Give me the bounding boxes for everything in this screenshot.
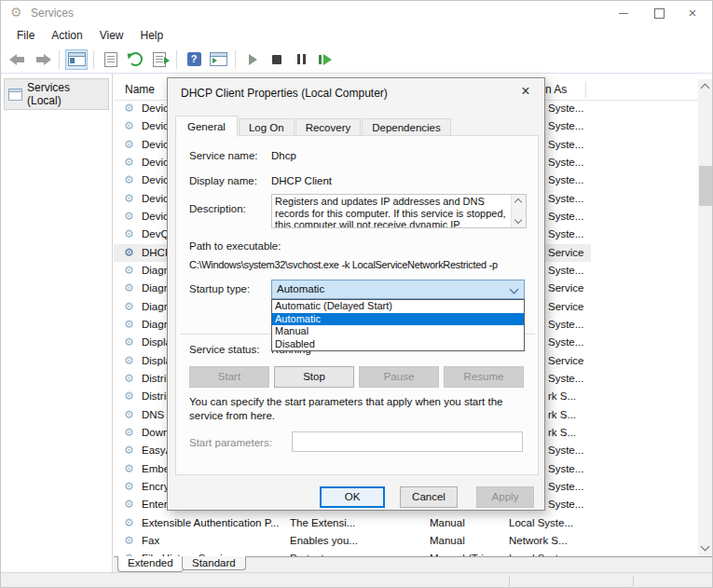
service-logon-cell: Syste... [548,499,583,510]
properties-icon[interactable] [100,49,122,70]
service-gear-icon: ⚙ [124,335,134,349]
service-description-cell: Enables you... [290,535,358,546]
service-status-label: Service status: [189,344,259,355]
startup-type-combobox[interactable]: Automatic [271,280,525,299]
tree-item-services-local[interactable]: Services (Local) [4,78,109,110]
back-icon[interactable] [7,49,29,70]
start-parameters-label: Start parameters: [189,437,272,448]
service-logon-cell: Local Syste... [509,517,573,528]
general-tab-page: Service name: Dhcp Display name: DHCP Cl… [175,135,539,475]
dropdown-option-manual[interactable]: Manual [272,325,524,338]
scroll-up-icon[interactable] [698,79,713,94]
extended-view-icon[interactable] [207,49,229,70]
title-bar: ⚙ Services × [1,1,712,25]
column-header-logon-as[interactable]: n As [545,83,567,96]
apply-button[interactable]: Apply [476,486,534,508]
vertical-scrollbar[interactable] [698,79,713,556]
export-list-icon[interactable] [148,49,171,70]
dropdown-option-automatic[interactable]: Automatic [272,313,524,326]
maximize-button[interactable] [643,1,675,25]
dialog-tabs: GeneralLog OnRecoveryDependencies [175,116,452,136]
start-service-button[interactable]: Start [189,366,269,388]
description-scrollbar[interactable] [511,195,526,227]
service-row[interactable]: ⚙FaxEnables you...ManualNetwork S... [114,532,698,550]
toolbar [1,46,712,74]
refresh-icon[interactable] [124,49,146,70]
dropdown-option-disabled[interactable]: Disabled [272,338,524,351]
service-gear-icon: ⚙ [124,426,134,439]
service-row[interactable]: ⚙File History ServiceProtects use...Manu… [114,550,698,556]
service-logon-cell: Syste... [548,103,583,114]
services-window: ⚙ Services × FileActionViewHelp Services… [0,0,713,588]
toolbar-separator [235,50,236,69]
scrollbar-thumb[interactable] [699,166,712,206]
service-logon-cell: Syste... [548,373,583,384]
tab-extended[interactable]: Extended [117,556,184,572]
display-name-value: DHCP Client [271,175,332,186]
service-name-value: Dhcp [271,150,296,161]
description-text: Registers and updates IP addresses and D… [275,196,510,228]
service-row[interactable]: ⚙Extensible Authentication P...The Exten… [114,514,698,532]
scroll-up-icon[interactable] [514,198,522,206]
service-logon-cell: Service [548,247,583,258]
restart-icon[interactable] [314,49,336,70]
console-icon [8,89,22,101]
service-logon-cell: Syste... [548,211,583,222]
show-console-tree-icon[interactable] [65,49,88,70]
service-gear-icon: ⚙ [124,444,134,457]
service-gear-icon: ⚙ [124,372,134,385]
display-name-label: Display name: [189,175,257,186]
service-gear-icon: ⚙ [124,210,134,223]
service-logon-cell: rk S... [548,409,576,420]
scroll-down-icon[interactable] [514,216,522,224]
menu-item-view[interactable]: View [91,27,132,44]
start-parameters-hint: You can specify the start parameters tha… [189,395,536,423]
help-icon[interactable] [183,49,205,70]
service-logon-cell: Syste... [548,193,583,204]
forward-icon[interactable] [31,49,53,70]
service-logon-cell: Syste... [548,319,583,330]
status-bar [1,572,713,588]
service-name-label: Service name: [189,150,258,161]
dropdown-option-automatic-delayed-start-[interactable]: Automatic (Delayed Start) [272,300,524,313]
dialog-tab-log-on[interactable]: Log On [239,118,295,136]
cancel-button[interactable]: Cancel [400,486,458,508]
service-gear-icon: ⚙ [124,318,134,331]
pause-service-button[interactable]: Pause [359,366,439,388]
stop-service-button[interactable]: Stop [274,366,354,388]
ok-button[interactable]: OK [320,486,385,508]
column-header-name[interactable]: Name [125,83,155,96]
service-logon-cell: Syste... [548,463,583,474]
service-logon-cell: Service [548,355,583,366]
service-gear-icon: ⚙ [124,246,134,259]
tab-standard[interactable]: Standard [182,556,246,570]
dialog-tab-general[interactable]: General [175,116,238,137]
column-divider[interactable] [585,81,586,98]
menu-item-action[interactable]: Action [43,27,90,44]
service-logon-cell: rk S... [548,427,576,438]
service-logon-cell: Syste... [548,120,583,131]
stop-icon[interactable] [266,49,288,70]
description-box: Registers and updates IP addresses and D… [271,194,527,228]
service-gear-icon: ⚙ [124,102,134,115]
service-name-cell: Diagn [142,265,170,276]
pause-icon[interactable] [290,49,312,70]
service-gear-icon: ⚙ [124,138,134,151]
dialog-tab-recovery[interactable]: Recovery [295,118,362,136]
menu-item-file[interactable]: File [8,27,43,44]
service-gear-icon: ⚙ [124,173,134,186]
scroll-down-icon[interactable] [698,541,713,556]
service-gear-icon: ⚙ [124,354,134,367]
dialog-tab-dependencies[interactable]: Dependencies [362,118,451,136]
service-name-cell: Diagn [142,319,170,330]
toolbar-separator [176,50,177,69]
service-gear-icon: ⚙ [124,281,134,294]
close-button[interactable]: × [677,1,708,25]
minimize-button[interactable] [608,1,639,25]
service-gear-icon: ⚙ [124,516,134,529]
menu-item-help[interactable]: Help [132,27,172,44]
resume-service-button[interactable]: Resume [444,366,524,388]
play-icon[interactable] [241,49,264,70]
dialog-close-icon[interactable]: × [517,83,534,100]
start-parameters-input[interactable] [292,431,523,452]
